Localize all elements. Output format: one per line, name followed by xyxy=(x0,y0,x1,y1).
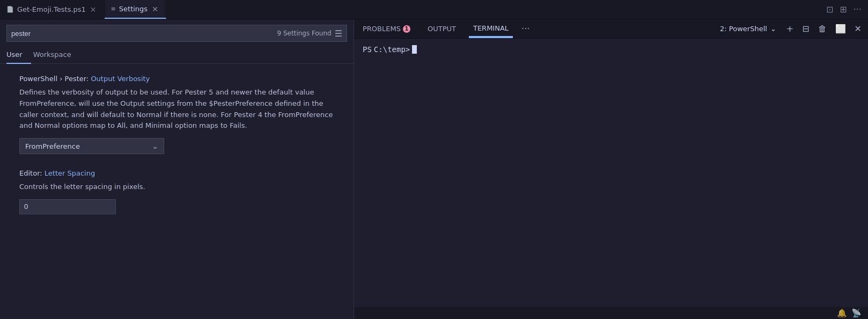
setting-editor-letter-spacing: Editor: Letter Spacing Controls the lett… xyxy=(19,169,343,214)
file-tab-label: Get-Emoji.Tests.ps1 xyxy=(17,5,86,13)
settings-content: PowerShell › Pester: Output Verbosity De… xyxy=(0,64,354,240)
split-layout-button[interactable]: ⊞ xyxy=(837,2,849,17)
search-bar: pester 9 Settings Found ☰ xyxy=(6,25,347,42)
file-tab-close[interactable]: ✕ xyxy=(89,4,98,15)
prompt-ps: PS xyxy=(363,45,372,54)
terminal-controls: 2: PowerShell ⌄ + ⊟ 🗑 ⬜ ✕ xyxy=(716,23,864,35)
notifications-icon[interactable]: 🔔 xyxy=(837,308,847,318)
terminal-selector[interactable]: 2: PowerShell ⌄ xyxy=(716,23,780,34)
tab-output[interactable]: OUTPUT xyxy=(423,19,460,38)
terminal-more-button[interactable]: ··· xyxy=(521,24,529,34)
search-results-count: 9 Settings Found xyxy=(277,30,332,37)
output-label: OUTPUT xyxy=(428,25,456,33)
settings-tab-icon: ≡ xyxy=(111,5,116,12)
settings-tabs: User Workspace xyxy=(0,46,354,64)
setting-title-editor: Editor: Letter Spacing xyxy=(19,169,343,177)
terminal-body: PS C:\temp> xyxy=(354,39,868,307)
settings-tab-close[interactable]: ✕ xyxy=(151,4,159,15)
split-terminal-button[interactable]: ⊟ xyxy=(800,23,811,35)
broadcast-icon[interactable]: 📡 xyxy=(851,308,862,318)
file-tab[interactable]: 📄 Get-Emoji.Tests.ps1 ✕ xyxy=(0,0,105,19)
main-area: pester 9 Settings Found ☰ User Workspace… xyxy=(0,19,868,319)
settings-tab[interactable]: ≡ Settings ✕ xyxy=(105,0,166,19)
output-verbosity-description: Defines the verbosity of output to be us… xyxy=(19,87,343,132)
terminal-prompt: PS C:\temp> xyxy=(363,45,859,54)
tab-bar: 📄 Get-Emoji.Tests.ps1 ✕ ≡ Settings ✕ ⊡ ⊞… xyxy=(0,0,868,19)
tab-workspace[interactable]: Workspace xyxy=(31,46,80,64)
tab-terminal[interactable]: TERMINAL xyxy=(469,19,513,38)
powershell-separator: › xyxy=(60,75,64,83)
prompt-path: C:\temp> xyxy=(374,45,410,54)
more-tab-actions-button[interactable]: ··· xyxy=(851,2,864,17)
maximize-terminal-button[interactable]: ⬜ xyxy=(833,23,848,35)
letter-spacing-description: Controls the letter spacing in pixels. xyxy=(19,182,343,193)
setting-powershell-pester-output-verbosity: PowerShell › Pester: Output Verbosity De… xyxy=(19,75,343,154)
add-terminal-button[interactable]: + xyxy=(784,23,796,35)
active-terminal-label: 2: PowerShell xyxy=(720,25,767,33)
output-verbosity-value: FromPreference xyxy=(25,142,80,150)
pester-subsection: Pester: xyxy=(65,75,91,83)
split-editor-button[interactable]: ⊡ xyxy=(824,2,835,17)
powershell-section-name: PowerShell xyxy=(19,75,57,83)
letter-spacing-input[interactable]: 0 xyxy=(19,199,116,214)
tab-problems[interactable]: PROBLEMS 1 xyxy=(358,19,415,38)
terminal-selector-chevron: ⌄ xyxy=(770,25,776,33)
terminal-panel: PROBLEMS 1 OUTPUT TERMINAL ··· 2: PowerS… xyxy=(354,19,868,319)
settings-panel: pester 9 Settings Found ☰ User Workspace… xyxy=(0,19,354,319)
dropdown-chevron-icon: ⌄ xyxy=(152,142,158,150)
letter-spacing-link[interactable]: Letter Spacing xyxy=(45,169,95,177)
file-tab-icon: 📄 xyxy=(6,6,14,13)
output-verbosity-dropdown[interactable]: FromPreference ⌄ xyxy=(19,138,164,154)
delete-terminal-button[interactable]: 🗑 xyxy=(816,23,829,35)
problems-badge: 1 xyxy=(403,25,410,33)
terminal-header: PROBLEMS 1 OUTPUT TERMINAL ··· 2: PowerS… xyxy=(354,19,868,39)
setting-title-powershell: PowerShell › Pester: Output Verbosity xyxy=(19,75,343,83)
tab-actions: ⊡ ⊞ ··· xyxy=(820,2,868,17)
bottom-bar: 🔔 📡 xyxy=(354,307,868,319)
search-input[interactable]: pester xyxy=(11,30,277,38)
terminal-label: TERMINAL xyxy=(473,24,509,32)
editor-section-name: Editor: xyxy=(19,169,45,177)
filter-settings-icon[interactable]: ☰ xyxy=(335,28,342,39)
settings-tab-label: Settings xyxy=(119,5,148,13)
tab-user[interactable]: User xyxy=(6,46,31,64)
output-verbosity-link[interactable]: Output Verbosity xyxy=(91,75,150,83)
close-terminal-button[interactable]: ✕ xyxy=(852,23,864,35)
terminal-cursor xyxy=(412,45,417,54)
problems-label: PROBLEMS xyxy=(363,25,401,33)
